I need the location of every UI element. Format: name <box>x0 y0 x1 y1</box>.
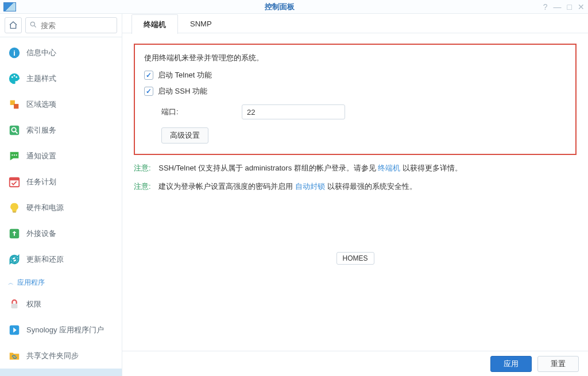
svg-rect-8 <box>14 104 18 108</box>
note-label: 注意: <box>134 164 151 172</box>
telnet-row: ✓ 启动 Telnet 功能 <box>144 70 566 80</box>
sidebar-item-indexing[interactable]: 索引服务 <box>0 117 122 143</box>
calendar-icon <box>8 176 21 188</box>
index-search-icon <box>8 124 21 137</box>
svg-point-12 <box>11 154 13 156</box>
sidebar-item-label: 权限 <box>26 299 41 309</box>
home-button[interactable] <box>5 17 22 33</box>
sidebar-item-external[interactable]: 外接设备 <box>0 220 122 246</box>
advanced-settings-button[interactable]: 高级设置 <box>161 127 208 144</box>
bulb-icon <box>8 201 21 214</box>
panel-description: 使用终端机来登录并管理您的系统。 <box>144 53 566 63</box>
terminal-help-link[interactable]: 终端机 <box>378 164 400 172</box>
telnet-label: 启动 Telnet 功能 <box>158 70 212 80</box>
homes-tooltip: HOMES <box>336 252 374 265</box>
highlight-box: 使用终端机来登录并管理您的系统。 ✓ 启动 Telnet 功能 ✓ 启动 SSH… <box>134 44 577 155</box>
sidebar-item-label: 主题样式 <box>26 73 56 84</box>
svg-rect-17 <box>13 211 16 212</box>
sidebar-item-label: 信息中心 <box>26 48 56 58</box>
search-field[interactable] <box>25 17 117 33</box>
sidebar-item-scheduler[interactable]: 任务计划 <box>0 169 122 195</box>
sidebar-item-hardware[interactable]: 硬件和电源 <box>0 195 122 220</box>
note-2: 注意: 建议为登录帐户设置高强度的密码并启用 自动封锁 以获得最强的系统安全性。 <box>134 181 577 192</box>
sidebar: i 信息中心 主题样式 区域选项 索引服务 通知设置 任务计划 <box>0 14 122 376</box>
close-icon[interactable]: ✕ <box>578 2 585 11</box>
telnet-checkbox[interactable]: ✓ <box>144 71 153 80</box>
folder-sync-icon <box>8 350 21 362</box>
note-1: 注意: SSH/Telnet 仅支持从属于 administrators 群组的… <box>134 163 577 173</box>
help-icon[interactable]: ? <box>543 2 548 11</box>
sidebar-item-shared-sync[interactable]: 共享文件夹同步 <box>0 343 122 369</box>
port-input[interactable] <box>242 104 345 119</box>
tab-snmp[interactable]: SNMP <box>178 14 224 33</box>
sidebar-item-region[interactable]: 区域选项 <box>0 91 122 117</box>
note-text-a: SSH/Telnet 仅支持从属于 administrators 群组的帐户登录… <box>158 164 378 172</box>
note-label: 注意: <box>134 182 151 191</box>
sidebar-item-label: 硬件和电源 <box>26 203 64 213</box>
sidebar-item-terminal-snmp[interactable]: >_ 终端机和 SNMP <box>0 369 122 376</box>
svg-rect-9 <box>10 125 20 135</box>
sidebar-item-app-portal[interactable]: Synology 应用程序门户 <box>0 317 122 343</box>
tab-terminal[interactable]: 终端机 <box>131 14 178 34</box>
sidebar-item-label: 区域选项 <box>26 99 56 110</box>
content-area: 终端机 SNMP 使用终端机来登录并管理您的系统。 ✓ 启动 Telnet 功能… <box>122 14 588 376</box>
home-icon <box>9 21 18 30</box>
sidebar-item-info-center[interactable]: i 信息中心 <box>0 40 122 65</box>
port-row: 端口: <box>161 104 566 119</box>
window-controls: ? — □ ✕ <box>543 2 585 11</box>
sidebar-top <box>0 14 122 37</box>
sidebar-item-notifications[interactable]: 通知设置 <box>0 143 122 169</box>
svg-point-0 <box>30 22 34 26</box>
window-title: 控制面板 <box>16 2 543 12</box>
svg-point-5 <box>14 75 16 76</box>
refresh-icon <box>8 253 21 266</box>
palette-icon <box>8 72 21 85</box>
sidebar-item-update[interactable]: 更新和还原 <box>0 246 122 272</box>
port-label: 端口: <box>161 107 242 117</box>
ssh-label: 启动 SSH 功能 <box>158 86 207 96</box>
flags-icon <box>8 98 21 111</box>
svg-point-14 <box>16 154 17 156</box>
svg-point-13 <box>14 154 15 156</box>
app-logo <box>3 2 16 11</box>
lock-icon <box>8 298 21 311</box>
minimize-icon[interactable]: — <box>554 2 562 11</box>
sidebar-item-label: 通知设置 <box>26 151 56 161</box>
sidebar-item-label: 更新和还原 <box>26 254 64 265</box>
svg-text:i: i <box>13 48 16 57</box>
apply-button[interactable]: 应用 <box>490 356 532 372</box>
info-icon: i <box>8 46 21 59</box>
sidebar-section-apps[interactable]: ︿ 应用程序 <box>0 272 122 291</box>
sidebar-section-label: 应用程序 <box>17 278 45 288</box>
search-input[interactable] <box>41 21 113 30</box>
window-header: 控制面板 ? — □ ✕ <box>0 0 588 14</box>
note-text-b: 以获得更多详情。 <box>403 164 462 172</box>
sidebar-item-label: Synology 应用程序门户 <box>26 325 104 335</box>
portal-icon <box>8 324 21 336</box>
reset-button[interactable]: 重置 <box>537 356 579 372</box>
terminal-panel: 使用终端机来登录并管理您的系统。 ✓ 启动 Telnet 功能 ✓ 启动 SSH… <box>122 33 588 192</box>
svg-point-6 <box>16 76 17 77</box>
auto-block-link[interactable]: 自动封锁 <box>295 182 325 191</box>
footer-bar: 应用 重置 <box>122 351 588 376</box>
svg-line-1 <box>34 25 36 27</box>
chat-icon <box>8 150 21 162</box>
ssh-checkbox[interactable]: ✓ <box>144 87 153 96</box>
sidebar-list: i 信息中心 主题样式 区域选项 索引服务 通知设置 任务计划 <box>0 37 122 376</box>
svg-rect-19 <box>11 304 18 308</box>
sidebar-item-label: 任务计划 <box>26 177 56 187</box>
upload-icon <box>8 227 21 240</box>
sidebar-item-label: 共享文件夹同步 <box>26 351 79 361</box>
svg-rect-16 <box>10 177 20 180</box>
sidebar-item-label: 索引服务 <box>26 125 56 135</box>
ssh-row: ✓ 启动 SSH 功能 <box>144 86 566 96</box>
tab-bar: 终端机 SNMP <box>122 14 588 33</box>
sidebar-item-privileges[interactable]: 权限 <box>0 291 122 317</box>
note-text-b: 以获得最强的系统安全性。 <box>327 182 417 191</box>
maximize-icon[interactable]: □ <box>567 2 572 11</box>
sidebar-item-label: 外接设备 <box>26 228 56 239</box>
svg-point-4 <box>11 76 13 77</box>
sidebar-item-theme[interactable]: 主题样式 <box>0 65 122 91</box>
search-icon <box>29 21 37 30</box>
note-text-a: 建议为登录帐户设置高强度的密码并启用 <box>158 182 295 191</box>
